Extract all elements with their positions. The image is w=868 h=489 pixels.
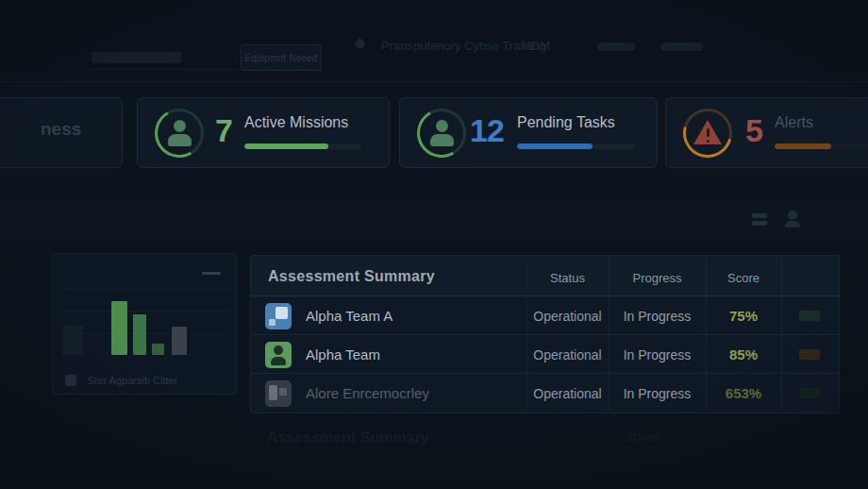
cell-status: Operational xyxy=(526,309,609,324)
cell-score: 653% xyxy=(706,385,781,401)
chart-bar xyxy=(111,301,127,355)
column-header-score: Score xyxy=(706,271,781,285)
column-header-progress: Progress xyxy=(609,271,706,285)
top-nav: Equipmnt Neeed Pransputenory Cybse Train… xyxy=(0,0,868,82)
team-blue-icon xyxy=(265,303,292,329)
cell-progress: In Progress xyxy=(609,309,706,324)
ghost-title: Assessment Summary xyxy=(267,430,429,447)
toolbar xyxy=(0,200,868,240)
stat-card-alerts[interactable]: 5 Alerts xyxy=(665,97,868,168)
cell-name: Alpha Team xyxy=(306,346,380,363)
cell-score: 85% xyxy=(706,346,781,363)
cell-name: Alpha Team A xyxy=(306,308,392,324)
grid-view-icon[interactable] xyxy=(752,213,767,218)
chart-bar xyxy=(172,327,187,355)
chart-panel: Ster Agparsib Citter xyxy=(52,253,237,395)
tab-label: Equipmnt Neeed xyxy=(244,53,317,63)
stat-label: Pending Tasks xyxy=(517,114,615,131)
stat-value: 12 xyxy=(470,112,504,149)
stat-value: 7 xyxy=(215,112,232,149)
table-title: Assessment Summary xyxy=(268,268,435,285)
legend-label: Ster Agparsib Citter xyxy=(88,375,177,386)
nav-divider xyxy=(90,69,321,70)
chart-legend: Ster Agparsib Citter xyxy=(65,375,177,386)
assessment-summary-table: Assessment Summary Status Progress Score… xyxy=(250,255,840,413)
person-icon xyxy=(155,109,204,158)
stat-card-active-missions[interactable]: 7 Active Missions xyxy=(137,97,390,168)
progress-bar xyxy=(775,143,868,149)
shield-icon xyxy=(354,38,366,50)
stat-label: Active Missions xyxy=(244,114,348,131)
team-green-icon xyxy=(265,342,292,368)
assistant-icon[interactable] xyxy=(785,211,800,228)
search-input[interactable] xyxy=(92,52,181,63)
nav-pill xyxy=(660,42,703,51)
warning-icon xyxy=(683,109,732,158)
chart-bar xyxy=(152,344,164,355)
cell-progress: In Progress xyxy=(609,386,706,401)
status-badge xyxy=(799,311,820,321)
column-header-status: Status xyxy=(526,271,609,285)
stat-card-cutoff[interactable]: ness xyxy=(0,97,123,168)
chart-bar xyxy=(62,326,83,355)
mini-bar-chart xyxy=(53,254,238,355)
dashboard-screen: Equipmnt Neeed Pransputenory Cybse Train… xyxy=(0,0,868,489)
cell-score: 75% xyxy=(706,308,781,324)
table-header: Assessment Summary Status Progress Score xyxy=(251,256,839,296)
progress-bar xyxy=(244,143,361,149)
nav-item-mdm[interactable]: MDM xyxy=(521,39,550,53)
team-gray-icon xyxy=(265,380,292,407)
cell-progress: In Progress xyxy=(609,347,706,363)
table-row[interactable]: Alpha Team A Operational In Progress 75% xyxy=(251,296,839,335)
progress-bar xyxy=(517,143,635,149)
tab-equipment[interactable]: Equipmnt Neeed xyxy=(241,44,322,71)
stat-card-pending-tasks[interactable]: 12 Pending Tasks xyxy=(399,97,658,168)
cell-status: Operational xyxy=(526,347,609,363)
chart-bar xyxy=(133,314,146,355)
stat-value: 5 xyxy=(745,112,762,149)
ghost-status: Status xyxy=(626,430,660,447)
legend-swatch-icon xyxy=(65,375,76,386)
nav-pill xyxy=(597,42,635,51)
table-row[interactable]: Alore Enrcemocrley Operational In Progre… xyxy=(251,374,839,413)
stat-card-label: ness xyxy=(41,119,81,140)
cell-name: Alore Enrcemocrley xyxy=(306,385,429,401)
person-icon xyxy=(417,109,466,158)
status-badge xyxy=(799,349,820,360)
table-row[interactable]: Alpha Team Operational In Progress 85% xyxy=(251,335,839,374)
cell-status: Operational xyxy=(526,386,609,401)
status-badge xyxy=(799,388,820,398)
stat-label: Alerts xyxy=(775,114,813,131)
ghost-reflection: Assessment Summary Status xyxy=(267,430,660,447)
